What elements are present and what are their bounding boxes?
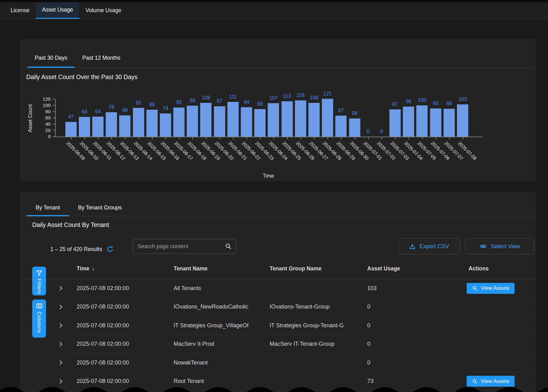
y-tick-mark [53,105,55,106]
bar-value-label: 99 [190,98,195,103]
y-tick-label: 20 [34,128,51,133]
y-tick-mark [53,111,55,112]
bar-slot: 87 [388,99,402,137]
bar-slot: 67 [334,99,348,137]
y-tick-label: 40 [34,121,51,127]
bar-slot: 90 [429,99,442,137]
bar [268,103,279,137]
bar-value-label: 121 [323,91,332,97]
bar [92,117,104,137]
row-asset-usage: 0 [367,341,469,347]
row-time: 2025-07-08 02:00:00 [77,285,174,292]
table-group-tabs: By Tenant By Tenant Groups [20,192,536,216]
select-view-label: Select View [491,243,520,250]
bar-value-label: 116 [297,93,305,98]
magnifier-icon [472,285,478,291]
bar-value-label: 113 [283,93,291,99]
bar-slot: 64 [91,99,104,137]
bar-slot: 78 [105,99,118,137]
tab-asset-usage[interactable]: Asset Usage [36,2,79,19]
tab-past-30-days[interactable]: Past 30 Days [27,55,75,68]
tab-volume-usage[interactable]: Volume Usage [79,2,128,19]
bar-value-label: 108 [310,95,318,101]
bar [187,106,198,137]
bar-value-label: 0 [380,129,383,134]
row-asset-usage: 0 [367,359,469,366]
select-view-button[interactable]: Select View [465,238,534,254]
column-header-asset-usage[interactable]: Asset Usage [367,265,469,272]
column-header-tenant-name[interactable]: Tenant Name [174,265,270,272]
expand-row-chevron[interactable] [57,285,77,292]
bar-value-label: 94 [244,99,249,105]
columns-button[interactable]: Columns [32,299,46,338]
results-count: 1 – 25 of 420 Results [50,246,102,253]
row-asset-usage: 103 [367,285,469,292]
chevron-right-icon [57,322,64,329]
bar-slot: 111 [226,99,240,137]
bar-slot: 58 [348,99,361,137]
filter-funnel-icon [36,270,43,276]
x-axis-label: Time [55,173,482,179]
bar [133,108,144,137]
row-asset-usage: 0 [367,304,469,310]
table-header-row: Time ↓ Tenant Name Tenant Group Name Ass… [20,259,536,279]
bar-slot: 108 [199,99,213,137]
row-time: 2025-07-08 02:00:00 [77,304,174,310]
export-csv-label: Export CSV [419,243,449,250]
search-input[interactable] [137,243,225,250]
y-tick-label: 100 [34,103,51,108]
column-header-actions: Actions [469,265,524,272]
bar [349,118,360,137]
filters-label: Filters [36,279,42,294]
bar [119,115,130,137]
refresh-icon[interactable] [106,245,114,253]
bar [160,113,171,137]
expand-row-chevron[interactable] [57,359,77,366]
column-header-time[interactable]: Time ↓ [77,265,174,272]
bar-value-label: 107 [269,95,278,101]
bar-value-label: 86 [149,102,155,108]
y-axis-label: Asset Count [27,87,33,150]
row-tenant-group-name: IOvations-Tenant-Group [270,304,367,310]
row-tenant-name: NowakTenant [174,359,270,366]
tab-by-tenant[interactable]: By Tenant [27,204,69,216]
bar-slot: 96 [402,99,415,137]
bar-slot: 88 [253,99,267,137]
search-icon[interactable] [225,243,232,250]
filters-button[interactable]: Filters [32,267,46,295]
bar-value-label: 90 [433,101,439,106]
expand-row-chevron[interactable] [57,304,77,310]
chevron-right-icon [57,341,64,348]
chart-title: Daily Asset Count Over the Past 30 Days [26,73,138,81]
row-tenant-group-name: IT Strategies Group-Tenant-G [270,322,367,329]
table-row: 2025-07-08 02:00:00 IOvations_NewRoadsCa… [20,298,536,317]
top-strip [0,0,548,2]
bar-slot: 103 [456,99,469,137]
bar-value-label: 68 [122,108,128,113]
bar-value-label: 96 [406,99,411,104]
y-tick-mark [53,136,55,137]
expand-row-chevron[interactable] [57,322,77,329]
bar [254,109,266,137]
chart-range-tabs: Past 30 Days Past 12 Months [20,39,536,68]
bar-value-label: 88 [257,101,263,107]
bar [335,116,347,137]
column-header-tenant-group-name[interactable]: Tenant Group Name [270,265,367,272]
tab-license[interactable]: License [4,2,36,19]
chevron-right-icon [57,285,64,292]
export-csv-button[interactable]: Export CSV [398,238,460,254]
view-assets-button[interactable]: View Assets [467,283,515,294]
bar-value-label: 89 [446,101,452,107]
bar-slot: 99 [186,99,199,137]
y-tick-label: 60 [34,115,51,121]
sort-desc-icon: ↓ [92,265,95,272]
bar-slot: 113 [280,99,294,137]
y-tick-mark [53,99,55,99]
bar [282,101,293,137]
bar-value-label: 67 [338,108,344,113]
expand-row-chevron[interactable] [57,341,77,348]
bar-slot: 100 [415,99,429,137]
tab-past-12-months[interactable]: Past 12 Months [75,55,128,68]
tab-by-tenant-groups[interactable]: By Tenant Groups [69,204,131,216]
bottom-wave-decoration [0,379,548,392]
